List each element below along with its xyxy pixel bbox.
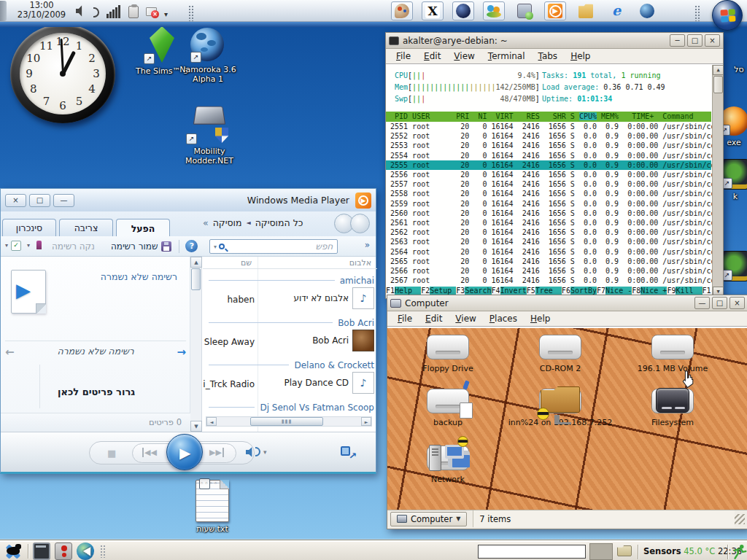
forward-button[interactable] xyxy=(350,214,370,233)
htop-process-row[interactable]: 2561 root 20 0 16164 2416 1656 S 0.0 0.9… xyxy=(386,218,711,228)
album-row[interactable]: Hi_Trck Radio Play Dance CD xyxy=(203,370,377,402)
close-button[interactable]: × xyxy=(729,297,745,309)
minimize-button[interactable]: — xyxy=(53,194,74,207)
volume-dropdown-arrow[interactable]: ▾ xyxy=(263,448,267,456)
desktop-icon[interactable]: שעות.txt xyxy=(184,480,241,534)
launcher-button[interactable] xyxy=(452,1,474,20)
library-horizontal-scrollbar[interactable]: ◄ ▮▮▮ ► xyxy=(206,416,372,427)
maximize-button[interactable]: □ xyxy=(29,194,50,207)
clear-list-button[interactable]: נקה רשימה xyxy=(52,241,95,252)
file-manager-menu-item[interactable]: Help xyxy=(525,312,556,325)
running-man-icon[interactable] xyxy=(732,543,747,560)
artist-name[interactable]: Delano & Crockett xyxy=(294,360,374,370)
close-button[interactable]: × xyxy=(705,34,720,47)
desktop-icon[interactable]: k xyxy=(721,159,747,201)
htop-process-row[interactable]: 2563 root 20 0 16164 2416 1656 S 0.0 0.9… xyxy=(386,237,711,246)
library-vertical-scrollbar[interactable]: ▲ ▼ xyxy=(190,257,202,432)
scrollbar-thumb[interactable] xyxy=(713,76,723,93)
breadcrumb-item[interactable]: מוסיקה xyxy=(213,217,242,229)
scroll-up-arrow[interactable]: ▲ xyxy=(190,257,202,268)
album-cell[interactable]: Play Dance CD xyxy=(285,372,374,394)
launcher-button[interactable] xyxy=(575,1,597,20)
terminal-menu-item[interactable]: File xyxy=(390,50,417,63)
terminal-menu-item[interactable]: Help xyxy=(565,50,596,63)
breadcrumb-item[interactable]: « xyxy=(203,217,209,229)
track-name[interactable]: Hi_Trck Radio xyxy=(203,379,255,389)
htop-process-row[interactable]: 2552 root 20 0 16164 2416 1656 S 0.0 0.9… xyxy=(386,131,711,141)
minimize-button[interactable]: — xyxy=(694,297,710,309)
tray-dropdown-arrow[interactable]: ▾ xyxy=(164,4,168,18)
column-header-name[interactable]: שם xyxy=(241,258,252,268)
htop-process-row[interactable]: 2556 root 20 0 16164 2416 1656 S 0.0 0.9… xyxy=(386,170,711,179)
terminal-menu-item[interactable]: Edit xyxy=(418,50,446,63)
htop-process-row[interactable]: 2551 root 20 0 16164 2416 1656 S 0.0 0.9… xyxy=(386,122,711,131)
scroll-up-arrow[interactable]: ▲ xyxy=(713,65,723,75)
panel-drag-handle[interactable] xyxy=(694,5,700,21)
maximize-button[interactable]: □ xyxy=(687,34,703,47)
file-manager-item[interactable]: CD-ROM 2 xyxy=(513,332,608,373)
taskbar-command-input[interactable] xyxy=(478,545,586,559)
location-button[interactable]: Computer ▼ xyxy=(390,512,467,526)
htop-process-row[interactable]: 2562 root 20 0 16164 2416 1656 S 0.0 0.9… xyxy=(386,228,711,237)
file-manager-item[interactable]: 196.1 MB Volume xyxy=(625,332,720,373)
panel-handle[interactable] xyxy=(0,1,7,21)
previous-list-arrow[interactable]: ← xyxy=(5,346,15,359)
folder-tray-icon[interactable] xyxy=(617,545,632,556)
file-manager-item[interactable]: backup xyxy=(400,386,495,427)
wmp-tab[interactable]: הפעל xyxy=(116,219,170,236)
panel-drag-handle[interactable] xyxy=(188,5,194,21)
file-manager-view[interactable]: Floppy Drive CD-ROM 2 196.1 MB Volume xyxy=(387,327,747,510)
scrollbar-thumb[interactable] xyxy=(191,268,201,290)
launcher-button[interactable] xyxy=(636,1,658,20)
album-row[interactable]: haben אלבום לא ידוע xyxy=(203,286,377,317)
htop-table-header[interactable]: PID USER PRI NI VIRT RES SHR S CPU% MEM%… xyxy=(386,112,711,122)
htop-function-key[interactable]: F4Invert xyxy=(492,287,527,295)
launcher-button[interactable] xyxy=(605,1,627,20)
htop-process-row[interactable]: 2559 root 20 0 16164 2416 1656 S 0.0 0.9… xyxy=(386,199,711,209)
htop-process-row[interactable]: 2554 root 20 0 16164 2416 1656 S 0.0 0.9… xyxy=(386,151,711,160)
file-manager-menu-item[interactable]: File xyxy=(392,312,418,325)
htop-process-row[interactable]: 2565 root 20 0 16164 2416 1656 S 0.0 0.9… xyxy=(386,257,711,266)
search-options-arrow[interactable]: ▾ xyxy=(210,244,219,250)
pin-list-icon[interactable] xyxy=(27,240,44,253)
terminal-titlebar[interactable]: akalter@arye-debian: ~ ─ □ × xyxy=(386,33,723,49)
workspace-pager[interactable] xyxy=(589,543,613,560)
album-cell[interactable]: אלבום לא ידוע xyxy=(294,287,375,309)
album-name[interactable]: Bob Acri xyxy=(312,335,349,346)
close-button[interactable]: × xyxy=(5,194,26,207)
htop-process-row[interactable]: 2553 root 20 0 16164 2416 1656 S 0.0 0.9… xyxy=(386,141,711,150)
wmp-tab[interactable]: סינכרון xyxy=(2,219,56,236)
album-row[interactable]: Sleep Away Bob Acri xyxy=(203,328,377,359)
resize-grip[interactable] xyxy=(735,514,745,524)
htop-function-key[interactable]: F8Nice + xyxy=(632,287,667,295)
htop-process-row[interactable]: 2566 root 20 0 16164 2416 1656 S 0.0 0.9… xyxy=(386,266,711,276)
htop-process-row[interactable]: 2558 root 20 0 16164 2416 1656 S 0.0 0.9… xyxy=(386,189,711,198)
htop-process-row[interactable]: 2555 root 20 0 16164 2416 1656 S 0.0 0.9… xyxy=(386,160,711,170)
terminal-scrollbar[interactable]: ▲ ▼ xyxy=(712,65,723,297)
album-row[interactable] xyxy=(203,413,377,415)
red-figure-app-icon[interactable] xyxy=(55,542,72,560)
scrollbar-thumb[interactable]: ▮▮▮ xyxy=(250,417,323,426)
file-manager-item[interactable]: Floppy Drive xyxy=(400,332,495,373)
htop-function-key[interactable]: F2Setup xyxy=(421,287,456,295)
scroll-left-arrow[interactable]: ◄ xyxy=(206,417,217,426)
launcher-button[interactable] xyxy=(544,1,566,20)
launcher-button[interactable] xyxy=(483,1,505,20)
htop-function-key[interactable]: F1 xyxy=(703,287,711,295)
scroll-down-arrow[interactable]: ▼ xyxy=(190,421,202,432)
play-button[interactable]: ▶ xyxy=(166,434,203,470)
track-name[interactable]: haben xyxy=(227,295,255,305)
launcher-button[interactable] xyxy=(514,1,535,20)
breadcrumb-item[interactable]: כל המוסיקה xyxy=(255,217,303,229)
volume-icon[interactable] xyxy=(76,4,86,18)
file-manager-item[interactable]: inn%24 on 192.168.7.252 xyxy=(506,386,615,427)
file-manager-menu-item[interactable]: View xyxy=(449,312,481,325)
desktop-icon[interactable]: Namoroka 3.6 Alpha 1 xyxy=(178,28,238,84)
artist-name[interactable]: Dj Senol Vs Fatman Scoop xyxy=(260,402,374,413)
htop-process-row[interactable]: 2560 root 20 0 16164 2416 1656 S 0.0 0.9… xyxy=(386,209,711,218)
clipboard-icon[interactable] xyxy=(128,6,139,18)
next-button[interactable]: ▶▶ xyxy=(209,448,224,457)
desktop-icon[interactable] xyxy=(721,251,747,284)
terminal-content[interactable]: CPU[||| 9.4%] Mem[|||||||||||||||||||142… xyxy=(386,65,723,297)
album-cell[interactable]: Bob Acri xyxy=(312,330,374,351)
